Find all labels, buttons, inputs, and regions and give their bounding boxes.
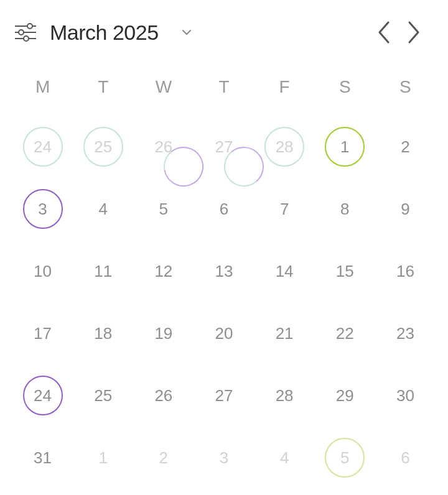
day-cell[interactable]: 2 [133, 427, 194, 489]
day-number: 31 [23, 438, 63, 478]
svg-point-1 [27, 24, 32, 29]
day-cell[interactable]: 5 [133, 178, 194, 240]
day-cell[interactable]: 14 [254, 240, 315, 302]
day-number: 25 [83, 376, 123, 415]
day-number: 23 [385, 313, 425, 353]
day-number: 11 [83, 251, 123, 291]
day-number: 21 [264, 313, 304, 353]
prev-month-button[interactable] [375, 19, 393, 46]
day-number: 6 [385, 438, 425, 478]
day-number: 9 [385, 189, 425, 229]
day-number: 6 [204, 189, 244, 229]
day-cell[interactable]: 23 [375, 302, 436, 364]
day-number: 26 [144, 127, 184, 167]
day-grid: 2425262728123456789101112131415161718192… [12, 116, 436, 489]
header-right [375, 19, 429, 46]
day-cell[interactable]: 26 [133, 116, 194, 178]
weekday-header: M [12, 65, 73, 116]
day-cell[interactable]: 5 [315, 427, 375, 489]
day-cell[interactable]: 7 [254, 178, 315, 240]
day-number: 27 [204, 127, 244, 167]
day-cell[interactable]: 30 [375, 364, 436, 427]
weekday-header: T [73, 65, 133, 116]
day-cell[interactable]: 18 [73, 302, 133, 364]
day-cell[interactable]: 19 [133, 302, 194, 364]
day-cell[interactable]: 1 [315, 116, 375, 178]
day-cell[interactable]: 29 [315, 364, 375, 427]
day-cell[interactable]: 24 [12, 116, 73, 178]
day-number: 4 [264, 438, 304, 478]
day-cell[interactable]: 6 [194, 178, 254, 240]
day-number: 28 [264, 127, 304, 167]
day-number: 29 [325, 376, 365, 415]
day-cell[interactable]: 10 [12, 240, 73, 302]
day-number: 24 [23, 127, 63, 167]
day-cell[interactable]: 11 [73, 240, 133, 302]
svg-point-5 [24, 36, 29, 41]
day-cell[interactable]: 24 [12, 364, 73, 427]
settings-sliders-icon[interactable] [12, 19, 39, 45]
day-cell[interactable]: 16 [375, 240, 436, 302]
day-cell[interactable]: 4 [73, 178, 133, 240]
day-number: 24 [23, 376, 63, 415]
day-cell[interactable]: 21 [254, 302, 315, 364]
day-number: 20 [204, 313, 244, 353]
day-cell[interactable]: 25 [73, 364, 133, 427]
day-number: 10 [23, 251, 63, 291]
day-number: 2 [144, 438, 184, 478]
day-cell[interactable]: 27 [194, 364, 254, 427]
day-number: 1 [325, 127, 365, 167]
day-cell[interactable]: 17 [12, 302, 73, 364]
weekday-header: S [315, 65, 375, 116]
day-cell[interactable]: 2 [375, 116, 436, 178]
weekday-header: S [375, 65, 436, 116]
header-left: March 2025 [12, 19, 192, 45]
day-cell[interactable]: 26 [133, 364, 194, 427]
day-number: 12 [144, 251, 184, 291]
day-number: 2 [385, 127, 425, 167]
day-cell[interactable]: 12 [133, 240, 194, 302]
day-number: 1 [83, 438, 123, 478]
next-month-button[interactable] [404, 19, 423, 46]
day-number: 5 [144, 189, 184, 229]
weekday-header: W [133, 65, 194, 116]
day-number: 7 [264, 189, 304, 229]
day-cell[interactable]: 25 [73, 116, 133, 178]
day-cell[interactable]: 31 [12, 427, 73, 489]
day-cell[interactable]: 15 [315, 240, 375, 302]
day-cell[interactable]: 3 [194, 427, 254, 489]
day-number: 18 [83, 313, 123, 353]
day-number: 17 [23, 313, 63, 353]
day-number: 5 [325, 438, 365, 478]
day-number: 30 [385, 376, 425, 415]
day-number: 26 [144, 376, 184, 415]
day-cell[interactable]: 9 [375, 178, 436, 240]
day-number: 28 [264, 376, 304, 415]
month-title: March 2025 [50, 21, 159, 45]
weekday-header: F [254, 65, 315, 116]
day-cell[interactable]: 3 [12, 178, 73, 240]
day-number: 25 [83, 127, 123, 167]
weekday-row: MTWTFSS [12, 65, 436, 116]
day-cell[interactable]: 28 [254, 364, 315, 427]
day-number: 19 [144, 313, 184, 353]
month-dropdown-toggle[interactable] [181, 27, 192, 38]
day-cell[interactable]: 6 [375, 427, 436, 489]
day-number: 3 [23, 189, 63, 229]
day-cell[interactable]: 13 [194, 240, 254, 302]
day-number: 15 [325, 251, 365, 291]
day-cell[interactable]: 8 [315, 178, 375, 240]
day-cell[interactable]: 1 [73, 427, 133, 489]
day-cell[interactable]: 22 [315, 302, 375, 364]
calendar-header: March 2025 [12, 12, 436, 65]
day-number: 3 [204, 438, 244, 478]
day-cell[interactable]: 20 [194, 302, 254, 364]
day-number: 16 [385, 251, 425, 291]
day-number: 13 [204, 251, 244, 291]
day-number: 27 [204, 376, 244, 415]
day-number: 22 [325, 313, 365, 353]
weekday-header: T [194, 65, 254, 116]
day-number: 14 [264, 251, 304, 291]
day-cell[interactable]: 4 [254, 427, 315, 489]
svg-point-3 [19, 30, 24, 35]
